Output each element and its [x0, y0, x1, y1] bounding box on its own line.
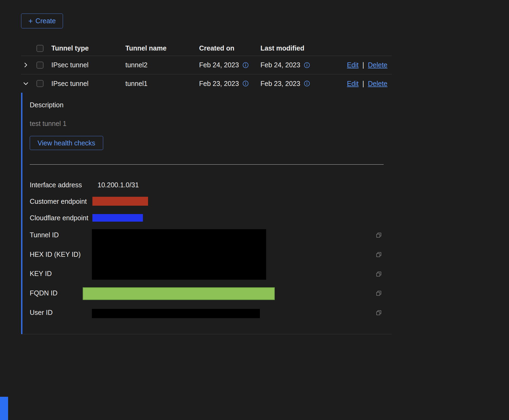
fqdn-id-redacted-value	[83, 287, 275, 300]
customer-endpoint-label: Customer endpoint	[30, 197, 87, 205]
section-divider	[30, 164, 384, 165]
collapse-chevron-down-icon[interactable]	[21, 81, 36, 86]
tunnel-name-cell: tunnel2	[125, 61, 199, 69]
customer-endpoint-redacted-value	[92, 197, 148, 206]
created-on-text: Feb 24, 2023	[199, 61, 239, 69]
fqdn-id-label: FQDN ID	[30, 289, 58, 297]
row-actions: Edit | Delete	[346, 80, 392, 88]
info-icon[interactable]	[304, 62, 310, 68]
info-icon[interactable]	[243, 81, 249, 86]
description-label: Description	[30, 101, 63, 109]
user-id-redacted-value	[92, 309, 260, 318]
user-id-label: User ID	[30, 308, 53, 316]
last-modified-cell: Feb 24, 2023	[260, 61, 346, 69]
tunnels-page: + Create Tunnel type Tunnel name Created…	[0, 0, 509, 334]
row-actions: Edit | Delete	[346, 61, 392, 69]
tunnel-hex-key-redacted-value	[92, 229, 266, 280]
row-checkbox[interactable]	[36, 80, 43, 87]
expand-chevron-right-icon[interactable]	[21, 62, 36, 68]
tunnel-type-cell: IPsec tunnel	[51, 80, 125, 88]
last-modified-cell: Feb 23, 2023	[260, 80, 346, 88]
tunnel-id-label: Tunnel ID	[30, 231, 59, 239]
info-icon[interactable]	[243, 62, 249, 68]
column-header-last-modified: Last modified	[260, 44, 346, 52]
bottom-left-blue-bar	[0, 397, 8, 420]
created-on-cell: Feb 23, 2023	[199, 80, 260, 88]
info-icon[interactable]	[304, 81, 310, 86]
tunnel-detail-panel: Description test tunnel 1 View health ch…	[21, 93, 392, 334]
interface-address-value: 10.200.1.0/31	[98, 181, 139, 189]
actions-separator: |	[362, 61, 364, 69]
column-header-tunnel-name: Tunnel name	[125, 44, 199, 52]
create-button-label: Create	[35, 17, 56, 25]
row-checkbox[interactable]	[36, 62, 43, 69]
tunnel-name-cell: tunnel1	[125, 80, 199, 88]
delete-link[interactable]: Delete	[368, 80, 387, 88]
last-modified-text: Feb 23, 2023	[260, 80, 300, 88]
edit-link[interactable]: Edit	[347, 80, 359, 88]
created-on-text: Feb 23, 2023	[199, 80, 239, 88]
column-header-created-on: Created on	[199, 44, 260, 52]
copy-icon[interactable]	[376, 232, 382, 239]
copy-icon[interactable]	[376, 290, 382, 297]
copy-icon[interactable]	[376, 310, 382, 316]
expanded-row-indicator-bar	[21, 93, 22, 334]
delete-link[interactable]: Delete	[368, 61, 387, 69]
table-row: IPsec tunnel tunnel1 Feb 23, 2023 Feb 23…	[21, 74, 392, 93]
last-modified-text: Feb 24, 2023	[260, 61, 300, 69]
copy-icon[interactable]	[376, 252, 382, 258]
view-health-checks-button[interactable]: View health checks	[30, 136, 103, 150]
actions-separator: |	[362, 80, 364, 88]
cloudflare-endpoint-label: Cloudflare endpoint	[30, 214, 88, 222]
table-header-row: Tunnel type Tunnel name Created on Last …	[21, 41, 392, 56]
hex-id-label: HEX ID (KEY ID)	[30, 250, 81, 258]
interface-address-label: Interface address	[30, 181, 82, 189]
plus-icon: +	[28, 17, 33, 25]
edit-link[interactable]: Edit	[347, 61, 359, 69]
tunnel-type-cell: IPsec tunnel	[51, 61, 125, 69]
created-on-cell: Feb 24, 2023	[199, 61, 260, 69]
select-all-checkbox[interactable]	[36, 45, 43, 52]
tunnels-table: Tunnel type Tunnel name Created on Last …	[21, 41, 392, 334]
column-header-tunnel-type: Tunnel type	[51, 44, 125, 52]
table-row: IPsec tunnel tunnel2 Feb 24, 2023 Feb 24…	[21, 56, 392, 74]
key-id-label: KEY ID	[30, 269, 52, 278]
cloudflare-endpoint-redacted-value	[92, 214, 143, 222]
description-value: test tunnel 1	[30, 119, 66, 128]
create-button[interactable]: + Create	[21, 14, 63, 28]
copy-icon[interactable]	[376, 271, 382, 278]
